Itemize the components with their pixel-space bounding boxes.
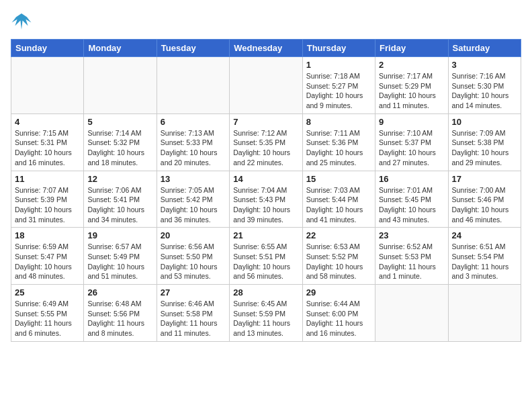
calendar-cell — [84, 57, 157, 114]
day-info: Sunrise: 7:12 AM Sunset: 5:35 PM Dayligh… — [233, 128, 298, 168]
page-header — [11, 11, 521, 32]
day-info: Sunrise: 7:07 AM Sunset: 5:39 PM Dayligh… — [15, 185, 80, 225]
day-header-tuesday: Tuesday — [157, 40, 229, 57]
day-info: Sunrise: 7:01 AM Sunset: 5:45 PM Dayligh… — [379, 185, 444, 225]
calendar-cell: 4Sunrise: 7:15 AM Sunset: 5:31 PM Daylig… — [11, 113, 84, 171]
day-info: Sunrise: 7:06 AM Sunset: 5:41 PM Dayligh… — [87, 185, 152, 225]
day-info: Sunrise: 6:52 AM Sunset: 5:53 PM Dayligh… — [379, 242, 444, 281]
day-info: Sunrise: 7:00 AM Sunset: 5:46 PM Dayligh… — [452, 185, 517, 225]
day-info: Sunrise: 7:15 AM Sunset: 5:31 PM Dayligh… — [15, 128, 80, 168]
calendar-cell: 26Sunrise: 6:48 AM Sunset: 5:56 PM Dayli… — [84, 285, 157, 342]
calendar-week-5: 25Sunrise: 6:49 AM Sunset: 5:55 PM Dayli… — [11, 285, 521, 342]
day-info: Sunrise: 7:10 AM Sunset: 5:37 PM Dayligh… — [379, 128, 444, 168]
calendar-cell: 27Sunrise: 6:46 AM Sunset: 5:58 PM Dayli… — [157, 285, 229, 342]
calendar-cell: 14Sunrise: 7:04 AM Sunset: 5:43 PM Dayli… — [230, 171, 302, 228]
day-number: 12 — [87, 174, 152, 184]
calendar-cell: 23Sunrise: 6:52 AM Sunset: 5:53 PM Dayli… — [375, 228, 448, 285]
calendar-cell: 24Sunrise: 6:51 AM Sunset: 5:54 PM Dayli… — [448, 228, 521, 285]
day-info: Sunrise: 6:45 AM Sunset: 5:59 PM Dayligh… — [233, 299, 298, 338]
calendar-cell: 21Sunrise: 6:55 AM Sunset: 5:51 PM Dayli… — [230, 228, 302, 285]
calendar-cell: 16Sunrise: 7:01 AM Sunset: 5:45 PM Dayli… — [375, 171, 448, 228]
day-number: 4 — [15, 117, 80, 127]
calendar-cell: 15Sunrise: 7:03 AM Sunset: 5:44 PM Dayli… — [302, 171, 375, 228]
day-number: 25 — [15, 287, 80, 298]
day-number: 10 — [452, 117, 517, 127]
calendar-cell: 2Sunrise: 7:17 AM Sunset: 5:29 PM Daylig… — [375, 57, 448, 114]
day-number: 9 — [379, 117, 444, 127]
day-number: 7 — [233, 117, 298, 127]
day-header-saturday: Saturday — [448, 40, 521, 57]
day-number: 29 — [306, 287, 371, 298]
day-number: 19 — [87, 230, 152, 240]
day-info: Sunrise: 6:44 AM Sunset: 6:00 PM Dayligh… — [306, 299, 371, 338]
day-info: Sunrise: 6:57 AM Sunset: 5:49 PM Dayligh… — [87, 242, 152, 281]
calendar-cell: 25Sunrise: 6:49 AM Sunset: 5:55 PM Dayli… — [11, 285, 84, 342]
day-info: Sunrise: 6:48 AM Sunset: 5:56 PM Dayligh… — [87, 299, 152, 338]
day-info: Sunrise: 7:04 AM Sunset: 5:43 PM Dayligh… — [233, 185, 298, 225]
day-number: 6 — [161, 117, 226, 127]
calendar-cell: 1Sunrise: 7:18 AM Sunset: 5:27 PM Daylig… — [302, 57, 375, 114]
calendar-week-3: 11Sunrise: 7:07 AM Sunset: 5:39 PM Dayli… — [11, 171, 521, 228]
day-number: 14 — [233, 174, 298, 184]
day-info: Sunrise: 6:49 AM Sunset: 5:55 PM Dayligh… — [15, 299, 80, 338]
day-header-monday: Monday — [84, 40, 157, 57]
calendar-week-4: 18Sunrise: 6:59 AM Sunset: 5:47 PM Dayli… — [11, 228, 521, 285]
calendar-cell: 11Sunrise: 7:07 AM Sunset: 5:39 PM Dayli… — [11, 171, 84, 228]
calendar-cell: 17Sunrise: 7:00 AM Sunset: 5:46 PM Dayli… — [448, 171, 521, 228]
calendar-cell: 5Sunrise: 7:14 AM Sunset: 5:32 PM Daylig… — [84, 113, 157, 171]
day-number: 26 — [87, 287, 152, 298]
day-info: Sunrise: 6:59 AM Sunset: 5:47 PM Dayligh… — [15, 242, 80, 281]
calendar-cell: 19Sunrise: 6:57 AM Sunset: 5:49 PM Dayli… — [84, 228, 157, 285]
day-number: 28 — [233, 287, 298, 298]
day-info: Sunrise: 7:13 AM Sunset: 5:33 PM Dayligh… — [161, 128, 226, 168]
calendar-week-1: 1Sunrise: 7:18 AM Sunset: 5:27 PM Daylig… — [11, 57, 521, 114]
day-number: 16 — [379, 174, 444, 184]
day-info: Sunrise: 6:53 AM Sunset: 5:52 PM Dayligh… — [306, 242, 371, 281]
calendar-cell: 28Sunrise: 6:45 AM Sunset: 5:59 PM Dayli… — [230, 285, 302, 342]
day-header-thursday: Thursday — [302, 40, 375, 57]
calendar-cell: 10Sunrise: 7:09 AM Sunset: 5:38 PM Dayli… — [448, 113, 521, 171]
day-info: Sunrise: 6:55 AM Sunset: 5:51 PM Dayligh… — [233, 242, 298, 281]
day-number: 3 — [452, 60, 517, 70]
calendar-cell: 29Sunrise: 6:44 AM Sunset: 6:00 PM Dayli… — [302, 285, 375, 342]
day-number: 18 — [15, 230, 80, 240]
logo — [11, 11, 36, 32]
day-info: Sunrise: 7:09 AM Sunset: 5:38 PM Dayligh… — [452, 128, 517, 168]
calendar-week-2: 4Sunrise: 7:15 AM Sunset: 5:31 PM Daylig… — [11, 113, 521, 171]
calendar-cell: 18Sunrise: 6:59 AM Sunset: 5:47 PM Dayli… — [11, 228, 84, 285]
calendar-cell — [448, 285, 521, 342]
calendar-cell: 22Sunrise: 6:53 AM Sunset: 5:52 PM Dayli… — [302, 228, 375, 285]
calendar-cell — [230, 57, 302, 114]
day-header-wednesday: Wednesday — [230, 40, 302, 57]
day-number: 20 — [161, 230, 226, 240]
day-number: 1 — [306, 60, 371, 70]
day-number: 23 — [379, 230, 444, 240]
day-info: Sunrise: 7:03 AM Sunset: 5:44 PM Dayligh… — [306, 185, 371, 225]
day-number: 5 — [87, 117, 152, 127]
calendar-cell — [157, 57, 229, 114]
calendar-cell — [11, 57, 84, 114]
logo-icon — [11, 11, 32, 32]
day-info: Sunrise: 7:05 AM Sunset: 5:42 PM Dayligh… — [161, 185, 226, 225]
day-number: 21 — [233, 230, 298, 240]
calendar-cell: 9Sunrise: 7:10 AM Sunset: 5:37 PM Daylig… — [375, 113, 448, 171]
day-number: 15 — [306, 174, 371, 184]
day-number: 11 — [15, 174, 80, 184]
calendar-cell: 8Sunrise: 7:11 AM Sunset: 5:36 PM Daylig… — [302, 113, 375, 171]
day-number: 2 — [379, 60, 444, 70]
day-info: Sunrise: 7:16 AM Sunset: 5:30 PM Dayligh… — [452, 71, 517, 111]
calendar-header-row: SundayMondayTuesdayWednesdayThursdayFrid… — [11, 40, 521, 57]
day-number: 13 — [161, 174, 226, 184]
day-number: 27 — [161, 287, 226, 298]
day-number: 8 — [306, 117, 371, 127]
day-number: 24 — [452, 230, 517, 240]
day-info: Sunrise: 7:17 AM Sunset: 5:29 PM Dayligh… — [379, 71, 444, 111]
calendar-cell: 12Sunrise: 7:06 AM Sunset: 5:41 PM Dayli… — [84, 171, 157, 228]
calendar-cell: 3Sunrise: 7:16 AM Sunset: 5:30 PM Daylig… — [448, 57, 521, 114]
svg-marker-0 — [12, 13, 32, 30]
day-number: 17 — [452, 174, 517, 184]
day-info: Sunrise: 6:56 AM Sunset: 5:50 PM Dayligh… — [161, 242, 226, 281]
calendar-cell: 6Sunrise: 7:13 AM Sunset: 5:33 PM Daylig… — [157, 113, 229, 171]
day-header-sunday: Sunday — [11, 40, 84, 57]
day-info: Sunrise: 7:18 AM Sunset: 5:27 PM Dayligh… — [306, 71, 371, 111]
